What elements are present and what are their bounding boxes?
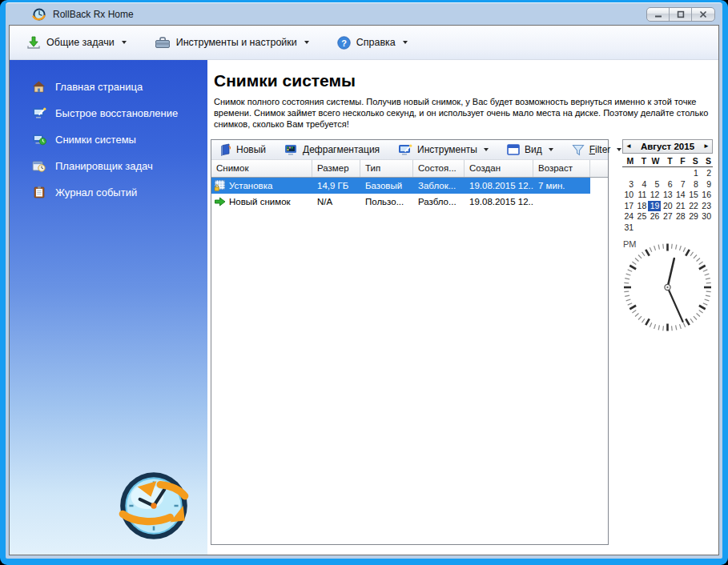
maximize-button[interactable] — [670, 8, 692, 21]
dropdown-arrow-icon — [484, 148, 489, 151]
calendar-day[interactable]: 16 — [700, 190, 713, 201]
table-row-ustanovka[interactable]: Установка 14,9 ГБ Базовый Заблок... 19.0… — [211, 178, 590, 194]
minimize-icon — [654, 10, 662, 18]
calendar-day[interactable]: 13 — [661, 190, 674, 201]
calendar-day[interactable]: 3 — [622, 179, 635, 190]
sidebar-nav: Главная страница — [10, 60, 207, 200]
column-header-type[interactable]: Тип — [360, 160, 413, 177]
sidebar-item-event-log[interactable]: Журнал событий — [10, 184, 207, 200]
calendar-day-empty — [622, 168, 635, 179]
calendar-day[interactable]: 26 — [648, 211, 661, 222]
calendar-day[interactable]: 22 — [687, 201, 700, 212]
menu-tools-settings[interactable]: Инструменты и настройки — [155, 36, 309, 49]
app-window: RollBack Rx Home — [0, 0, 728, 565]
menu-help[interactable]: ? Справка — [337, 36, 408, 50]
calendar-day[interactable]: 27 — [661, 211, 674, 222]
calendar-weekday: M — [622, 156, 635, 166]
calendar-day[interactable]: 28 — [674, 211, 687, 222]
calendar-day[interactable]: 4 — [635, 179, 648, 190]
new-snapshot-book-icon — [219, 143, 231, 156]
calendar-day[interactable]: 14 — [674, 190, 687, 201]
menubar: Общие задачи Инструменты и настройки — [10, 26, 718, 60]
calendar-day[interactable]: 1 — [687, 168, 700, 179]
column-header-created[interactable]: Создан — [465, 160, 533, 177]
calendar-weekday: W — [648, 156, 661, 166]
calendar-day[interactable]: 25 — [635, 211, 648, 222]
cell-type: Базовый — [360, 181, 413, 190]
cell-created: 19.08.2015 12... — [465, 197, 533, 206]
table-row-new-snapshot[interactable]: Новый снимок N/A Пользо... Разбло... 19.… — [211, 194, 590, 210]
column-header-state[interactable]: Состоя... — [413, 160, 465, 177]
event-log-icon — [31, 186, 46, 199]
scheduler-icon — [31, 159, 46, 173]
cell-state: Разбло... — [413, 197, 465, 206]
calendar-day[interactable]: 17 — [622, 201, 635, 212]
calendar-day[interactable]: 10 — [622, 190, 635, 201]
toolbar-filter-button[interactable]: Filter — [572, 144, 622, 156]
calendar-day[interactable]: 7 — [674, 179, 687, 190]
table-body: Установка 14,9 ГБ Базовый Заблок... 19.0… — [211, 178, 608, 210]
base-snapshot-lock-icon — [211, 180, 229, 191]
calendar-day-empty — [648, 222, 661, 234]
app-body: Общие задачи Инструменты и настройки — [9, 25, 719, 555]
calendar-day[interactable]: 8 — [687, 179, 700, 190]
calendar-day[interactable]: 29 — [687, 211, 700, 222]
window-controls — [646, 7, 715, 22]
titlebar[interactable]: RollBack Rx Home — [6, 3, 722, 25]
main-panel: Снимки системы Снимок полного состояния … — [207, 60, 718, 555]
sidebar-item-scheduler[interactable]: Планировщик задач — [10, 158, 207, 174]
column-header-age[interactable]: Возраст — [533, 160, 590, 177]
calendar-day[interactable]: 9 — [700, 179, 713, 190]
toolbar-new-button[interactable]: Новый — [219, 143, 266, 156]
calendar-day-empty — [661, 168, 674, 179]
sidebar-item-snapshots[interactable]: Снимки системы — [10, 131, 207, 147]
calendar-month-label[interactable]: Август 2015 — [641, 142, 694, 151]
calendar-day-empty — [635, 222, 648, 234]
app-logo-icon — [32, 7, 46, 22]
calendar-day[interactable]: 23 — [700, 201, 713, 212]
toolbar-defrag-button[interactable]: Дефрагментация — [284, 144, 380, 156]
toolbar-view-button[interactable]: Вид — [507, 144, 553, 155]
calendar-day[interactable]: 20 — [661, 201, 674, 212]
calendar-day[interactable]: 19 — [648, 201, 661, 212]
calendar-weekday: S — [700, 156, 713, 166]
calendar-day[interactable]: 2 — [700, 168, 713, 179]
close-button[interactable] — [692, 8, 714, 21]
calendar-day[interactable]: 18 — [635, 201, 648, 212]
monitor-clock-icon — [31, 133, 46, 146]
dropdown-arrow-icon — [403, 41, 408, 44]
sidebar-item-label: Планировщик задач — [55, 160, 153, 172]
cell-snapshot: Установка — [229, 181, 312, 190]
sidebar-item-label: Главная страница — [55, 81, 143, 93]
close-icon — [699, 10, 707, 18]
menu-common-tasks[interactable]: Общие задачи — [26, 36, 127, 49]
calendar-day[interactable]: 24 — [622, 211, 635, 222]
view-window-icon — [507, 144, 520, 155]
calendar-day[interactable]: 31 — [622, 222, 635, 234]
calendar-day[interactable]: 15 — [687, 190, 700, 201]
calendar-day-empty — [687, 222, 700, 234]
calendar-day[interactable]: 6 — [661, 179, 674, 190]
cell-state: Заблок... — [413, 181, 465, 190]
menu-label: Справка — [356, 37, 396, 48]
minimize-button[interactable] — [647, 8, 670, 21]
calendar-weekday: T — [661, 156, 674, 166]
calendar-header: ◄ Август 2015 ► — [622, 139, 713, 154]
sidebar-item-quick-restore[interactable]: Быстрое восстановление — [10, 105, 207, 121]
column-header-snapshot[interactable]: Снимок — [211, 160, 312, 177]
calendar-day[interactable]: 30 — [700, 211, 713, 222]
cell-size: N/A — [312, 197, 360, 206]
toolbar-label: Дефрагментация — [303, 144, 380, 155]
calendar-day[interactable]: 5 — [648, 179, 661, 190]
calendar-next-icon[interactable]: ► — [703, 143, 710, 150]
calendar-day-empty — [674, 222, 687, 234]
cell-type: Пользо... — [360, 197, 413, 206]
toolbar-tools-button[interactable]: Инструменты — [398, 144, 489, 156]
sidebar-item-home[interactable]: Главная страница — [10, 78, 207, 94]
calendar-day[interactable]: 21 — [674, 201, 687, 212]
calendar-prev-icon[interactable]: ◄ — [625, 143, 632, 150]
download-arrow-icon — [26, 36, 41, 49]
calendar-day[interactable]: 11 — [635, 190, 648, 201]
calendar-day[interactable]: 12 — [648, 190, 661, 201]
column-header-size[interactable]: Размер — [312, 160, 360, 177]
